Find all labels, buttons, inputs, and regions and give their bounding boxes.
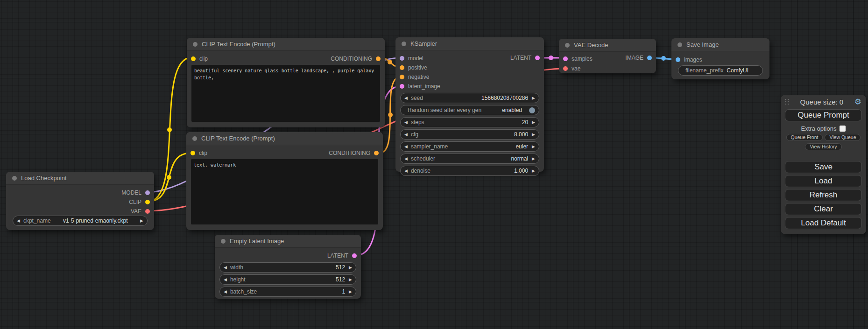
queue-size-label: Queue size: 0 (789, 98, 854, 106)
node-clip-text-encode-positive[interactable]: CLIP Text Encode (Prompt) clip CONDITION… (187, 38, 385, 127)
node-header[interactable]: Load Checkpoint (6, 172, 154, 185)
decrement-arrow-icon[interactable]: ◀ (404, 168, 408, 173)
drag-handle-icon[interactable] (785, 99, 789, 105)
decrement-arrow-icon[interactable]: ◀ (404, 132, 408, 137)
view-history-button[interactable]: View History (805, 143, 841, 150)
input-pin-clip[interactable] (191, 151, 195, 155)
batch-size-widget[interactable]: ◀ batch_size 1 ▶ (219, 287, 356, 297)
input-pin-positive[interactable] (400, 65, 404, 70)
output-pin-latent[interactable] (535, 56, 540, 60)
node-vae-decode[interactable]: VAE Decode IMAGE samples vae (559, 39, 656, 73)
widget-name: width (230, 264, 243, 271)
node-header[interactable]: CLIP Text Encode (Prompt) (187, 38, 385, 51)
increment-arrow-icon[interactable]: ▶ (532, 96, 535, 100)
decrement-arrow-icon[interactable]: ◀ (224, 289, 227, 294)
collapse-dot-icon[interactable] (193, 42, 198, 47)
input-label-vae: vae (572, 65, 580, 72)
output-pin-vae[interactable] (145, 209, 150, 214)
prompt-textarea[interactable]: text, watermark (191, 159, 378, 224)
input-pin-samples[interactable] (563, 56, 568, 61)
filename-prefix-widget[interactable]: filename_prefix ComfyUI (678, 65, 763, 76)
input-pin-latent-image[interactable] (400, 84, 404, 89)
increment-arrow-icon[interactable]: ▶ (532, 144, 535, 149)
view-queue-button[interactable]: View Queue (825, 134, 861, 141)
link-dot-conditioning-1 (388, 60, 392, 64)
node-header[interactable]: CLIP Text Encode (Prompt) (186, 132, 383, 145)
increment-arrow-icon[interactable]: ▶ (349, 265, 352, 270)
ckpt-name-widget[interactable]: ◀ ckpt_name v1-5-pruned-emaonly.ckpt ▶ (13, 216, 148, 226)
node-save-image[interactable]: Save Image images filename_prefix ComfyU… (671, 38, 769, 79)
extra-options-checkbox[interactable] (840, 126, 846, 132)
increment-arrow-icon[interactable]: ▶ (349, 289, 352, 294)
node-ksampler[interactable]: KSampler LATENT model positive negative … (395, 37, 544, 172)
input-label-images: images (684, 56, 702, 63)
link-dot-conditioning-2 (388, 112, 393, 117)
random-seed-toggle-widget[interactable]: Random seed after every gen enabled (400, 105, 539, 115)
height-widget[interactable]: ◀ height 512 ▶ (219, 274, 356, 285)
increment-arrow-icon[interactable]: ▶ (532, 156, 535, 161)
input-pin-clip[interactable] (191, 56, 196, 61)
widget-value: 512 (336, 264, 345, 271)
node-empty-latent-image[interactable]: Empty Latent Image LATENT ◀ width 512 ▶ … (215, 235, 361, 299)
output-pin-model[interactable] (145, 190, 150, 195)
denoise-widget[interactable]: ◀ denoise 1.000 ▶ (400, 166, 539, 176)
collapse-dot-icon[interactable] (12, 176, 17, 181)
prompt-textarea[interactable]: beautiful scenery nature glass bottle la… (191, 65, 380, 122)
increment-arrow-icon[interactable]: ▶ (532, 132, 535, 137)
widget-value: enabled (502, 107, 522, 113)
decrement-arrow-icon[interactable]: ◀ (404, 96, 408, 100)
toggle-knob[interactable] (529, 107, 535, 113)
settings-gear-icon[interactable]: ⚙ (854, 99, 861, 105)
widget-value: 512 (336, 276, 345, 283)
input-pin-negative[interactable] (400, 75, 404, 79)
collapse-dot-icon[interactable] (402, 42, 406, 46)
output-pin-clip[interactable] (145, 200, 150, 204)
input-pin-vae[interactable] (563, 66, 568, 71)
seed-widget[interactable]: ◀ seed 156680208700286 ▶ (400, 93, 539, 103)
clear-button[interactable]: Clear (785, 203, 862, 215)
node-header[interactable]: Empty Latent Image (215, 235, 361, 248)
collapse-dot-icon[interactable] (677, 42, 682, 47)
decrement-arrow-icon[interactable]: ◀ (224, 277, 227, 282)
node-graph-canvas[interactable]: Load Checkpoint MODEL CLIP VAE ◀ ckpt_na… (0, 0, 868, 329)
queue-front-button[interactable]: Queue Front (786, 134, 823, 141)
node-title: CLIP Text Encode (Prompt) (201, 135, 275, 142)
decrement-arrow-icon[interactable]: ◀ (404, 120, 408, 125)
increment-arrow-icon[interactable]: ▶ (349, 277, 352, 282)
load-button[interactable]: Load (785, 175, 862, 187)
increment-arrow-icon[interactable]: ▶ (532, 120, 535, 125)
node-header[interactable]: Save Image (671, 38, 769, 51)
decrement-arrow-icon[interactable]: ◀ (404, 144, 408, 149)
decrement-arrow-icon[interactable]: ◀ (404, 156, 408, 161)
output-pin-image[interactable] (647, 56, 652, 60)
collapse-dot-icon[interactable] (565, 43, 570, 48)
increment-arrow-icon[interactable]: ▶ (140, 218, 143, 223)
node-clip-text-encode-negative[interactable]: CLIP Text Encode (Prompt) clip CONDITION… (186, 132, 383, 230)
steps-widget[interactable]: ◀ steps 20 ▶ (400, 117, 539, 127)
collapse-dot-icon[interactable] (192, 136, 197, 141)
width-widget[interactable]: ◀ width 512 ▶ (219, 262, 356, 273)
output-label-latent: LATENT (510, 55, 531, 61)
input-pin-images[interactable] (676, 57, 680, 62)
cfg-widget[interactable]: ◀ cfg 8.000 ▶ (400, 129, 539, 140)
output-pin-conditioning[interactable] (376, 56, 381, 61)
sampler-name-widget[interactable]: ◀ sampler_name euler ▶ (400, 141, 539, 152)
refresh-button[interactable]: Refresh (785, 189, 862, 201)
input-pin-model[interactable] (400, 56, 404, 61)
decrement-arrow-icon[interactable]: ◀ (224, 265, 227, 270)
scheduler-widget[interactable]: ◀ scheduler normal ▶ (400, 154, 539, 164)
queue-prompt-button[interactable]: Queue Prompt (785, 109, 862, 121)
node-load-checkpoint[interactable]: Load Checkpoint MODEL CLIP VAE ◀ ckpt_na… (6, 172, 154, 230)
increment-arrow-icon[interactable]: ▶ (532, 168, 535, 173)
node-title: Save Image (686, 41, 719, 48)
decrement-arrow-icon[interactable]: ◀ (17, 218, 20, 223)
node-header[interactable]: KSampler (395, 37, 544, 50)
node-header[interactable]: VAE Decode (559, 39, 656, 52)
input-label-model: model (408, 55, 423, 62)
input-label-negative: negative (408, 74, 429, 80)
collapse-dot-icon[interactable] (221, 239, 226, 244)
output-pin-conditioning[interactable] (374, 151, 379, 155)
load-default-button[interactable]: Load Default (785, 217, 862, 229)
save-button[interactable]: Save (785, 161, 862, 173)
output-pin-latent[interactable] (352, 253, 357, 258)
